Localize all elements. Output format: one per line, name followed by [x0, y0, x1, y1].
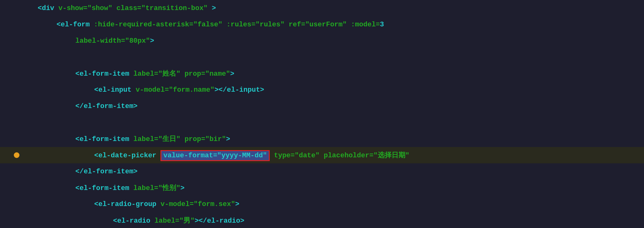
- code-content-8: [19, 119, 644, 127]
- tag-form-item-bir: <el-form-item: [75, 135, 133, 143]
- code-content-7: </el-form-item>: [19, 102, 644, 110]
- attr-label-sex: label=: [133, 184, 158, 192]
- attr-span2: class=: [116, 4, 141, 12]
- close-el-input: ></el-input>: [214, 86, 264, 94]
- code-content-6: <el-input v-model="form.name"></el-input…: [19, 86, 644, 94]
- val-ref: "userForm": [305, 21, 351, 29]
- code-content-4: [19, 53, 644, 61]
- tag-el-input: <el-input: [94, 86, 136, 94]
- code-line-12: <el-form-item label="性别">: [0, 180, 644, 196]
- code-content-10: <el-date-picker value-format="yyyy-MM-dd…: [19, 150, 644, 160]
- attr-prop-bir: prop=: [185, 135, 205, 143]
- code-line-11: </el-form-item>: [0, 163, 644, 180]
- close-radio-male: ></el-radio>: [195, 217, 244, 225]
- tag-radio-group: <el-radio-group: [94, 200, 160, 208]
- tag-form-item-sex: <el-form-item: [75, 184, 133, 192]
- code-line-3: label-width="80px">: [0, 33, 644, 49]
- val-label-sex: "性别": [158, 184, 180, 192]
- tag-span: <div: [38, 4, 58, 12]
- val-placeholder: "选择日期": [373, 152, 409, 160]
- tag-el-form: <el-form: [57, 21, 94, 29]
- val-vmodel: "form.name": [169, 86, 214, 94]
- attr-label-width: label-width=: [75, 37, 125, 45]
- close-9: >: [226, 135, 230, 143]
- val-rules: "rules": [256, 21, 289, 29]
- attr-prop-name: prop=: [185, 70, 205, 78]
- attr-vmodel: v-model=: [136, 86, 169, 94]
- attr-label-name: label=: [133, 70, 158, 78]
- code-line-14: <el-radio label="男"></el-radio>: [0, 212, 644, 228]
- attr-ref: ref=: [289, 21, 305, 29]
- attr-label-male: label=: [154, 217, 179, 225]
- code-editor: <div v-show="show" class="transition-box…: [0, 0, 644, 228]
- code-content-12: <el-form-item label="性别">: [19, 183, 644, 193]
- close-12: >: [180, 184, 184, 192]
- code-content-1: <div v-show="show" class="transition-box…: [19, 4, 644, 12]
- code-line-10: <el-date-picker value-format="yyyy-MM-dd…: [0, 147, 644, 163]
- val-type: "date": [295, 152, 324, 160]
- close-form-item-name: </el-form-item>: [75, 102, 138, 110]
- line-indicator: [14, 152, 19, 158]
- val-vmodel-sex: "form.sex": [194, 200, 235, 208]
- close-13: >: [235, 200, 239, 208]
- code-line-2: <el-form :hide-required-asterisk="false"…: [0, 16, 644, 33]
- code-content-3: label-width="80px">: [19, 37, 644, 45]
- model-val-truncated: 3: [380, 21, 384, 29]
- code-line-9: <el-form-item label="生日" prop="bir">: [0, 131, 644, 147]
- tag-form-item-name: <el-form-item: [75, 70, 133, 78]
- tag-el-date-picker: <el-date-picker: [94, 152, 160, 160]
- code-content-11: </el-form-item>: [19, 168, 644, 176]
- tag-radio-male: <el-radio: [113, 217, 154, 225]
- code-content-2: <el-form :hide-required-asterisk="false"…: [19, 21, 644, 29]
- val-hide: "false": [193, 21, 227, 29]
- attr-span: v-show=: [58, 4, 87, 12]
- attr-model: :model=: [351, 21, 380, 29]
- code-line-6: <el-input v-model="form.name"></el-input…: [0, 82, 644, 98]
- close-form-item-bir: </el-form-item>: [75, 168, 138, 176]
- val-label-name: "姓名": [158, 70, 185, 78]
- val-prop-bir: "bir": [205, 135, 226, 143]
- code-line-7: </el-form-item>: [0, 98, 644, 114]
- tag-close-span: >: [208, 4, 216, 12]
- val-label-bir: "生日": [158, 135, 185, 143]
- code-content-13: <el-radio-group v-model="form.sex">: [19, 200, 644, 208]
- code-line-4: [0, 49, 644, 65]
- code-line-1: <div v-show="show" class="transition-box…: [0, 0, 644, 16]
- attr-placeholder: placeholder=: [324, 152, 373, 160]
- code-line-13: <el-radio-group v-model="form.sex">: [0, 196, 644, 212]
- code-line-5: <el-form-item label="姓名" prop="name">: [0, 65, 644, 82]
- code-content-14: <el-radio label="男"></el-radio>: [19, 216, 644, 225]
- val-prop-name: "name": [205, 70, 230, 78]
- tag-close-3: >: [150, 37, 154, 45]
- attr-vmodel-sex: v-model=: [160, 200, 194, 208]
- attr-rules: :rules=: [226, 21, 255, 29]
- attr-val-span2: "transition-box": [141, 4, 208, 12]
- selected-value-format: value-format="yyyy-MM-dd": [160, 150, 270, 161]
- attr-type: type=: [270, 152, 295, 160]
- attr-label-bir: label=: [133, 135, 158, 143]
- code-line-8: [0, 114, 644, 131]
- code-content-5: <el-form-item label="姓名" prop="name">: [19, 69, 644, 78]
- close-5: >: [230, 70, 234, 78]
- attr-hide: :hide-required-asterisk=: [94, 21, 193, 29]
- val-label-width: "80px": [125, 37, 150, 45]
- val-label-male: "男": [179, 217, 194, 225]
- code-content-9: <el-form-item label="生日" prop="bir">: [19, 134, 644, 144]
- attr-val-span: "show": [87, 4, 116, 12]
